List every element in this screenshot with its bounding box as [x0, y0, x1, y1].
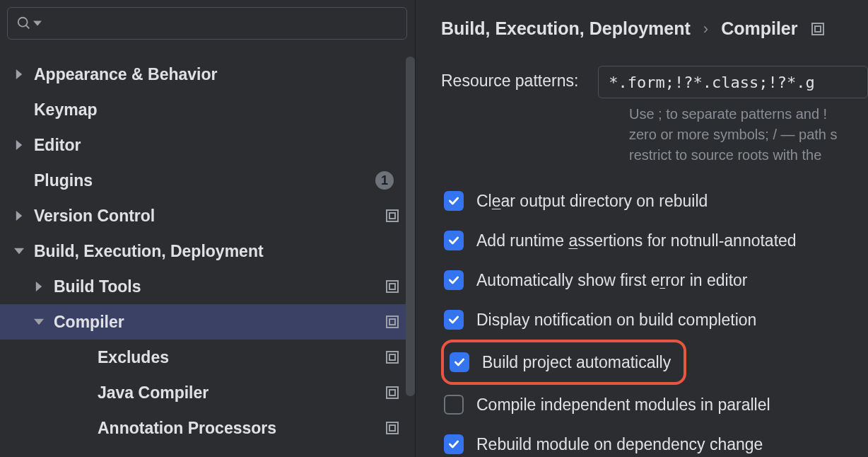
tree-item-compiler[interactable]: Compiler: [0, 304, 415, 340]
scrollbar[interactable]: [406, 57, 415, 396]
tree-item-build-execution-deployment[interactable]: Build, Execution, Deployment: [0, 233, 415, 269]
project-scope-icon: [385, 386, 399, 400]
svg-rect-9: [389, 354, 395, 360]
chevron-right-icon[interactable]: [14, 69, 34, 79]
tree-item-label: Excludes: [98, 348, 385, 367]
tree-item-label: Java Compiler: [98, 383, 385, 403]
search-icon: [16, 16, 32, 31]
svg-rect-14: [812, 23, 823, 35]
tree-item-plugins[interactable]: Plugins 1: [0, 163, 415, 198]
chevron-right-icon[interactable]: [14, 140, 34, 150]
resource-patterns-label: Resource patterns:: [441, 66, 578, 91]
checkbox-label: Build project automatically: [482, 353, 671, 372]
tree-item-appearance-behavior[interactable]: Appearance & Behavior: [0, 57, 415, 92]
tree-item-keymap[interactable]: Keymap: [0, 92, 415, 127]
checkbox-row[interactable]: Build project automatically: [444, 352, 671, 372]
project-scope-icon: [385, 315, 399, 329]
svg-rect-3: [389, 213, 395, 219]
settings-tree: Appearance & Behavior Keymap Editor Plug…: [0, 44, 415, 457]
tree-item-annotation-processors[interactable]: Annotation Processors: [0, 410, 415, 446]
project-scope-icon: [811, 22, 825, 36]
tree-item-label: Editor: [34, 136, 399, 155]
checkbox-label: Automatically show first error in editor: [476, 271, 747, 290]
svg-rect-2: [387, 210, 398, 221]
update-badge: 1: [375, 171, 394, 190]
checkbox[interactable]: [444, 434, 464, 454]
tree-item-label: Appearance & Behavior: [34, 65, 399, 84]
project-scope-icon: [385, 209, 399, 223]
dropdown-icon[interactable]: [33, 19, 42, 28]
checkbox-row[interactable]: Compile independent modules in parallel: [441, 385, 868, 424]
svg-rect-8: [387, 352, 398, 363]
chevron-down-icon[interactable]: [14, 246, 34, 256]
svg-rect-15: [815, 26, 821, 32]
tree-item-build-tools[interactable]: Build Tools: [0, 269, 415, 304]
resource-patterns-helper: Use ; to separate patterns and ! zero or…: [629, 104, 868, 166]
checkbox[interactable]: [444, 191, 464, 211]
resource-patterns-row: Resource patterns:: [441, 66, 868, 98]
compiler-options: Clear output directory on rebuild Add ru…: [441, 181, 868, 457]
tree-item-label: Build, Execution, Deployment: [34, 242, 399, 261]
tree-item-label: Compiler: [54, 313, 385, 332]
checkbox-row[interactable]: Clear output directory on rebuild: [441, 181, 868, 221]
tree-item-label: Keymap: [34, 100, 399, 120]
checkbox-label: Add runtime assertions for notnull-annot…: [476, 231, 797, 250]
svg-rect-12: [387, 422, 398, 434]
breadcrumb-parent[interactable]: Build, Execution, Deployment: [441, 18, 691, 39]
tree-item-java-compiler[interactable]: Java Compiler: [0, 375, 415, 410]
project-scope-icon: [385, 421, 399, 435]
checkbox-row[interactable]: Add runtime assertions for notnull-annot…: [441, 221, 868, 260]
checkbox-label: Clear output directory on rebuild: [476, 192, 708, 211]
svg-rect-7: [389, 319, 395, 325]
settings-sidebar: Appearance & Behavior Keymap Editor Plug…: [0, 0, 416, 457]
checkbox[interactable]: [444, 231, 464, 250]
checkbox-label: Rebuild module on dependency change: [476, 435, 763, 454]
checkbox[interactable]: [450, 352, 469, 372]
checkbox[interactable]: [444, 395, 464, 415]
tree-item-label: Annotation Processors: [98, 419, 385, 438]
svg-rect-13: [389, 425, 395, 431]
svg-rect-5: [389, 284, 395, 289]
breadcrumb-current: Compiler: [721, 18, 797, 39]
tree-item-label: Build Tools: [54, 277, 385, 296]
svg-rect-10: [387, 387, 398, 398]
tree-item-version-control[interactable]: Version Control: [0, 198, 415, 233]
svg-rect-4: [387, 281, 398, 292]
svg-rect-6: [387, 316, 398, 328]
checkbox-label: Compile independent modules in parallel: [476, 395, 770, 415]
search-container: [0, 0, 415, 44]
checkbox-row[interactable]: Automatically show first error in editor: [441, 260, 868, 300]
chevron-right-icon[interactable]: [14, 211, 34, 221]
tree-item-editor[interactable]: Editor: [0, 127, 415, 163]
checkbox-label: Display notification on build completion: [476, 311, 756, 330]
chevron-down-icon[interactable]: [34, 317, 54, 327]
checkbox-row[interactable]: Display notification on build completion: [441, 300, 868, 340]
search-input[interactable]: [7, 7, 407, 40]
tree-item-excludes[interactable]: Excludes: [0, 340, 415, 375]
svg-line-1: [26, 25, 30, 29]
search-field[interactable]: [43, 14, 398, 33]
breadcrumb: Build, Execution, Deployment › Compiler: [441, 18, 868, 39]
breadcrumb-separator: ›: [703, 20, 708, 38]
highlighted-option: Build project automatically: [441, 340, 686, 385]
checkbox[interactable]: [444, 310, 464, 330]
chevron-right-icon[interactable]: [34, 282, 54, 291]
project-scope-icon: [385, 350, 399, 364]
project-scope-icon: [385, 279, 399, 294]
checkbox[interactable]: [444, 270, 464, 290]
settings-content: Build, Execution, Deployment › Compiler …: [416, 0, 868, 457]
tree-item-label: Plugins: [34, 171, 375, 190]
checkbox-row[interactable]: Rebuild module on dependency change: [441, 424, 868, 457]
resource-patterns-input[interactable]: [598, 66, 868, 98]
svg-point-0: [18, 18, 28, 27]
tree-item-label: Version Control: [34, 207, 385, 226]
svg-rect-11: [389, 390, 395, 395]
